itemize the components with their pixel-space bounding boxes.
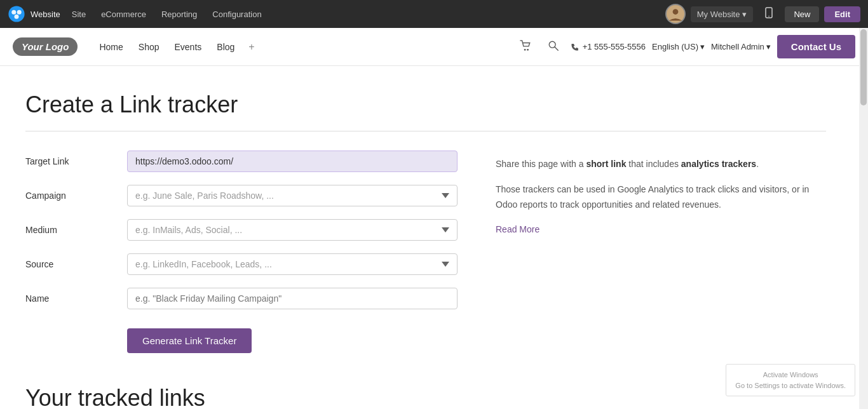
site-logo[interactable]: Your Logo	[13, 37, 78, 56]
nav-add-icon[interactable]: +	[243, 39, 259, 55]
info-bold1: short link	[586, 159, 626, 169]
nav-events[interactable]: Events	[168, 38, 208, 56]
info-bold2: analytics trackers	[681, 159, 756, 169]
phone-area: +1 555-555-5556	[571, 42, 646, 51]
target-link-row: Target Link	[25, 151, 458, 172]
svg-point-9	[527, 48, 529, 50]
name-row: Name	[25, 288, 458, 309]
topbar-right: My Website ▾ New Edit	[665, 4, 860, 24]
cart-icon	[520, 40, 531, 51]
activate-windows-line2: Go to Settings to activate Windows.	[735, 380, 846, 391]
tracked-links-title: Your tracked links	[25, 379, 826, 409]
activate-windows-overlay: Activate Windows Go to Settings to activ…	[726, 364, 855, 396]
generate-link-tracker-button[interactable]: Generate Link Tracker	[127, 328, 252, 353]
topbar-logo: Website	[8, 5, 60, 23]
read-more-link[interactable]: Read More	[496, 224, 539, 234]
topbar-nav-site[interactable]: Site	[65, 6, 92, 23]
phone-number: +1 555-555-5556	[583, 42, 646, 51]
name-label: Name	[25, 293, 127, 304]
website-nav: Your Logo Home Shop Events Blog + +1 555…	[0, 28, 868, 66]
search-button[interactable]	[543, 37, 564, 57]
topbar-nav: Site eCommerce Reporting Configuration	[65, 6, 665, 23]
topbar-nav-configuration[interactable]: Configuration	[206, 6, 268, 23]
activate-windows-line1: Activate Windows	[735, 370, 846, 380]
info-paragraph-1: Share this page with a short link that i…	[496, 157, 826, 172]
info-panel: Share this page with a short link that i…	[496, 151, 826, 353]
language-button[interactable]: English (US) ▾	[652, 42, 705, 51]
user-menu-button[interactable]: Mitchell Admin ▾	[711, 42, 771, 51]
form-section: Target Link Campaign e.g. June Sale, Par…	[25, 151, 826, 379]
nav-right: +1 555-555-5556 English (US) ▾ Mitchell …	[515, 35, 855, 58]
topbar-nav-ecommerce[interactable]: eCommerce	[95, 6, 153, 23]
target-link-input[interactable]	[127, 151, 458, 172]
svg-line-11	[554, 46, 557, 50]
scrollbar-track	[859, 28, 868, 409]
bottom-section: Your tracked links Sort By: Newest	[25, 379, 826, 409]
target-link-label: Target Link	[25, 156, 127, 166]
svg-point-0	[8, 6, 24, 22]
cart-button[interactable]	[515, 37, 536, 57]
divider	[25, 131, 826, 131]
nav-shop[interactable]: Shop	[132, 38, 166, 56]
phone-icon	[571, 43, 580, 51]
top-bar: Website Site eCommerce Reporting Configu…	[0, 0, 868, 28]
main-content: Create a Link tracker Target Link Campai…	[0, 66, 851, 409]
campaign-select[interactable]: e.g. June Sale, Paris Roadshow, ...	[127, 185, 458, 206]
medium-label: Medium	[25, 225, 127, 235]
lang-chevron-icon: ▾	[700, 42, 705, 51]
source-row: Source e.g. LinkedIn, Facebook, Leads, .…	[25, 253, 458, 275]
odoo-logo-icon	[8, 5, 25, 23]
new-button[interactable]: New	[785, 6, 819, 22]
svg-point-5	[672, 9, 678, 15]
website-label: Website	[31, 10, 60, 19]
my-website-button[interactable]: My Website ▾	[691, 6, 754, 22]
user-name: Mitchell Admin	[711, 42, 764, 51]
contact-us-button[interactable]: Contact Us	[777, 35, 855, 58]
svg-point-7	[769, 16, 770, 17]
info-text1: Share this page with a	[496, 159, 586, 169]
nav-links: Home Shop Events Blog +	[93, 38, 514, 56]
medium-select[interactable]: e.g. InMails, Ads, Social, ...	[127, 219, 458, 241]
language-label: English (US)	[652, 42, 698, 51]
nav-blog[interactable]: Blog	[210, 38, 241, 56]
name-input[interactable]	[127, 288, 458, 309]
chevron-down-icon: ▾	[742, 10, 747, 19]
mobile-view-button[interactable]	[758, 4, 780, 23]
topbar-nav-reporting[interactable]: Reporting	[155, 6, 203, 23]
mobile-icon	[763, 7, 775, 18]
info-text2: that includes	[626, 159, 681, 169]
svg-point-1	[11, 10, 16, 15]
medium-row: Medium e.g. InMails, Ads, Social, ...	[25, 219, 458, 241]
info-paragraph-2: Those trackers can be used in Google Ana…	[496, 182, 826, 213]
info-text3: .	[756, 159, 759, 169]
source-select[interactable]: e.g. LinkedIn, Facebook, Leads, ...	[127, 253, 458, 275]
svg-point-8	[524, 48, 526, 50]
svg-point-2	[17, 10, 22, 15]
page-title: Create a Link tracker	[25, 66, 826, 131]
info-text: Share this page with a short link that i…	[496, 157, 826, 238]
campaign-row: Campaign e.g. June Sale, Paris Roadshow,…	[25, 185, 458, 206]
user-chevron-icon: ▾	[766, 42, 771, 51]
form-left: Target Link Campaign e.g. June Sale, Par…	[25, 151, 458, 353]
campaign-label: Campaign	[25, 191, 127, 201]
avatar	[665, 4, 686, 24]
scrollbar-thumb[interactable]	[860, 29, 867, 105]
source-label: Source	[25, 259, 127, 269]
search-icon	[548, 40, 559, 51]
nav-home[interactable]: Home	[93, 38, 129, 56]
edit-button[interactable]: Edit	[824, 6, 860, 22]
svg-point-3	[15, 15, 19, 19]
